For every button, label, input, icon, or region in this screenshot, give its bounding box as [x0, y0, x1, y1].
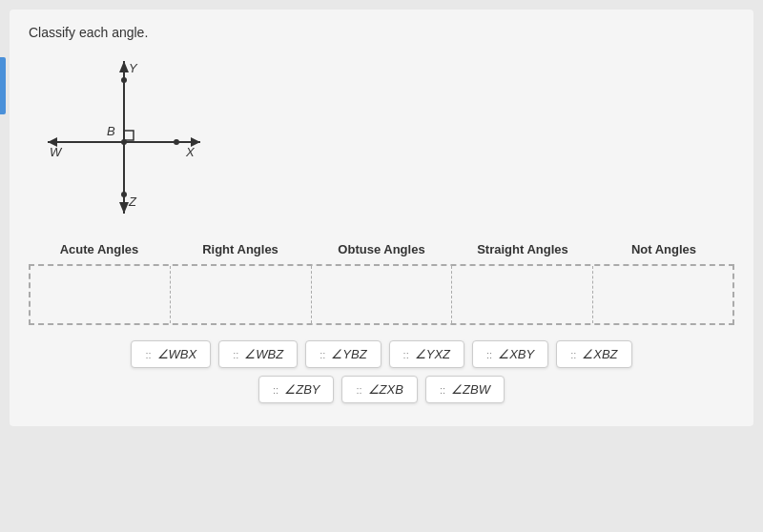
svg-text:X: X [185, 145, 196, 159]
svg-text:W: W [50, 145, 63, 159]
tile-wbx-label: ∠WBX [157, 347, 197, 361]
tile-zxb[interactable]: :: ∠ZXB [341, 376, 417, 403]
svg-point-13 [174, 139, 179, 145]
drop-zone-obtuse[interactable] [312, 266, 452, 323]
svg-point-12 [121, 139, 127, 145]
category-not: Not Angles [593, 242, 734, 260]
instruction-text: Classify each angle. [29, 25, 734, 40]
drag-handle: :: [440, 384, 445, 396]
drag-handle: :: [403, 349, 409, 360]
drag-handle: :: [320, 349, 325, 360]
diagram-area: B W X Y Z [29, 51, 219, 223]
drag-handle: :: [570, 349, 576, 360]
tile-wbx[interactable]: :: ∠WBX [131, 340, 211, 368]
svg-marker-4 [119, 61, 129, 72]
drop-zone-not[interactable] [593, 266, 732, 323]
drag-handle: :: [145, 349, 151, 360]
tile-zbw[interactable]: :: ∠ZBW [425, 376, 505, 403]
tile-zxb-label: ∠ZXB [368, 382, 403, 397]
drag-handle: :: [356, 384, 361, 396]
drag-handle: :: [486, 349, 492, 360]
drop-zone-right[interactable] [171, 266, 311, 323]
svg-point-15 [121, 192, 127, 197]
tile-wbz[interactable]: :: ∠WBZ [218, 340, 298, 368]
drag-handle: :: [273, 384, 278, 396]
drop-zone-acute[interactable] [31, 266, 171, 323]
svg-marker-5 [119, 202, 129, 214]
drop-zone-straight[interactable] [452, 266, 592, 323]
tiles-row-2: :: ∠ZBY :: ∠ZXB :: ∠ZBW [29, 376, 734, 403]
tile-wbz-label: ∠WBZ [244, 347, 283, 361]
category-obtuse: Obtuse Angles [311, 242, 452, 260]
category-acute: Acute Angles [29, 242, 170, 260]
tile-xby-label: ∠XBY [498, 347, 534, 361]
tile-zbw-label: ∠ZBW [451, 382, 490, 397]
svg-text:Y: Y [129, 61, 138, 75]
category-straight: Straight Angles [452, 242, 593, 260]
tile-zby[interactable]: :: ∠ZBY [258, 376, 334, 403]
tile-ybz[interactable]: :: ∠YBZ [305, 340, 381, 368]
svg-text:Z: Z [128, 194, 137, 209]
blue-sidebar-bar [0, 57, 6, 114]
tile-xby[interactable]: :: ∠XBY [472, 340, 548, 368]
tile-zby-label: ∠ZBY [284, 382, 320, 397]
svg-rect-6 [124, 131, 134, 140]
svg-text:B: B [107, 124, 115, 138]
tile-yxz-label: ∠YXZ [415, 347, 450, 361]
svg-point-14 [121, 77, 127, 83]
tile-xbz[interactable]: :: ∠XBZ [556, 340, 631, 368]
tiles-row-1: :: ∠WBX :: ∠WBZ :: ∠YBZ :: ∠YXZ :: ∠XBY … [29, 340, 734, 368]
angle-diagram: B W X Y Z [38, 51, 210, 223]
drag-handle: :: [233, 349, 238, 360]
tile-xbz-label: ∠XBZ [582, 347, 617, 361]
drop-zones-container [29, 264, 734, 325]
tile-yxz[interactable]: :: ∠YXZ [389, 340, 464, 368]
tile-ybz-label: ∠YBZ [331, 347, 366, 361]
categories-row: Acute Angles Right Angles Obtuse Angles … [29, 242, 734, 260]
category-right: Right Angles [170, 242, 311, 260]
